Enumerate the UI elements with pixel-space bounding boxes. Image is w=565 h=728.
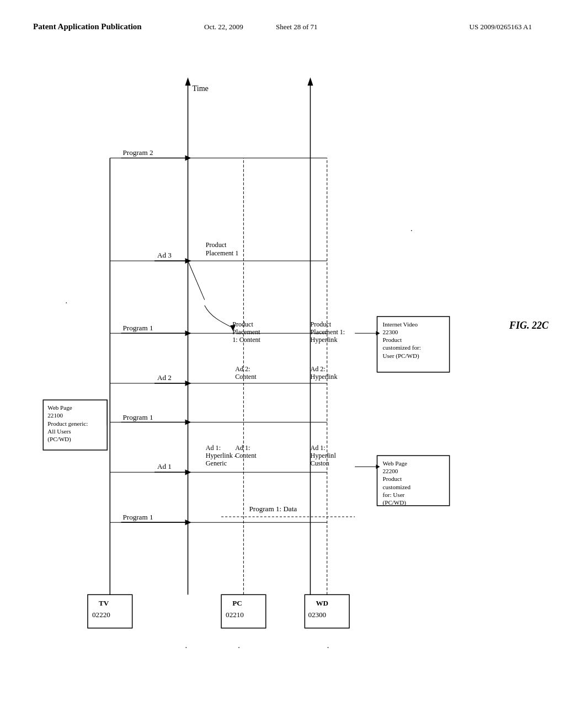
svg-text:Hyperlink: Hyperlink xyxy=(310,336,338,344)
svg-text:Web Page: Web Page xyxy=(47,404,72,411)
diagram-svg: Time Program 2 Program 1 Program 1 Progr… xyxy=(28,66,537,706)
svg-text:customized for:: customized for: xyxy=(383,344,421,351)
svg-text:Web Page: Web Page xyxy=(383,460,407,467)
svg-text:for: User: for: User xyxy=(383,491,405,498)
page-header: Patent Application Publication Oct. 22, … xyxy=(0,22,565,31)
svg-text:Ad 3: Ad 3 xyxy=(157,251,172,259)
svg-text:(PC/WD): (PC/WD) xyxy=(383,499,407,506)
svg-text:TV: TV xyxy=(99,599,109,607)
svg-text:·: · xyxy=(327,643,329,652)
svg-line-28 xyxy=(188,261,205,300)
svg-text:22200: 22200 xyxy=(383,468,398,474)
svg-text:Ad 1:: Ad 1: xyxy=(206,444,221,452)
svg-text:Placement 1:: Placement 1: xyxy=(310,328,345,336)
svg-marker-1 xyxy=(185,77,190,85)
svg-text:02220: 02220 xyxy=(92,611,110,619)
svg-text:1: Content: 1: Content xyxy=(232,336,260,344)
patent-number: US 2009/0265163 A1 xyxy=(348,23,532,31)
svg-text:Product: Product xyxy=(383,336,402,343)
figure-label: FIG. 22C xyxy=(509,320,548,331)
svg-text:Ad 2:: Ad 2: xyxy=(310,365,325,373)
svg-text:Placement: Placement xyxy=(232,328,260,336)
svg-text:All Users: All Users xyxy=(47,428,71,435)
svg-text:Ad 2:: Ad 2: xyxy=(235,365,250,373)
svg-text:Program 1: Program 1 xyxy=(123,413,153,421)
svg-text:Product: Product xyxy=(383,475,402,482)
svg-text:Time: Time xyxy=(193,84,209,93)
svg-text:Ad 1: Ad 1 xyxy=(157,462,172,470)
svg-text:Internet Video: Internet Video xyxy=(383,321,418,328)
svg-text:·: · xyxy=(238,643,240,652)
svg-text:Product generic:: Product generic: xyxy=(47,420,88,427)
svg-text:02210: 02210 xyxy=(226,611,244,619)
svg-text:·: · xyxy=(66,298,68,307)
svg-text:Hyperlink: Hyperlink xyxy=(310,373,338,381)
svg-text:Ad 2: Ad 2 xyxy=(157,373,172,382)
svg-text:WD: WD xyxy=(316,599,329,607)
svg-text:User (PC/WD): User (PC/WD) xyxy=(383,352,419,360)
svg-text:·: · xyxy=(185,643,187,652)
svg-text:02300: 02300 xyxy=(308,611,326,619)
diagram-area: Time Program 2 Program 1 Program 1 Progr… xyxy=(28,66,537,706)
svg-text:Product: Product xyxy=(310,320,331,328)
svg-text:customized: customized xyxy=(383,484,411,490)
svg-text:Custon: Custon xyxy=(310,459,329,467)
svg-text:Content: Content xyxy=(235,452,257,459)
svg-text:Product: Product xyxy=(206,241,227,249)
svg-text:Program 1: Program 1 xyxy=(123,324,153,332)
svg-text:22300: 22300 xyxy=(383,329,398,335)
svg-text:Program 1: Data: Program 1: Data xyxy=(249,505,297,513)
svg-text:Product: Product xyxy=(232,320,253,328)
svg-text:Hyperlinl: Hyperlinl xyxy=(310,452,336,459)
svg-text:Program 2: Program 2 xyxy=(123,148,153,157)
svg-text:Ad 1:: Ad 1: xyxy=(310,444,325,452)
svg-text:Hyperlink -: Hyperlink - xyxy=(206,452,237,459)
svg-text:22100: 22100 xyxy=(47,412,63,419)
svg-text:·: · xyxy=(411,226,413,235)
sheet-number: Sheet 28 of 71 xyxy=(276,23,348,31)
svg-text:PC: PC xyxy=(232,599,242,607)
svg-text:Generic: Generic xyxy=(206,459,227,467)
svg-text:Program 1: Program 1 xyxy=(123,513,153,521)
patent-label: Patent Application Publication xyxy=(33,22,204,31)
svg-text:(PC/WD): (PC/WD) xyxy=(47,436,71,443)
svg-text:Placement 1: Placement 1 xyxy=(206,249,238,257)
svg-marker-4 xyxy=(307,77,313,85)
svg-text:Ad 1:: Ad 1: xyxy=(235,444,250,452)
svg-text:Content: Content xyxy=(235,373,257,381)
publication-date: Oct. 22, 2009 xyxy=(204,23,276,31)
